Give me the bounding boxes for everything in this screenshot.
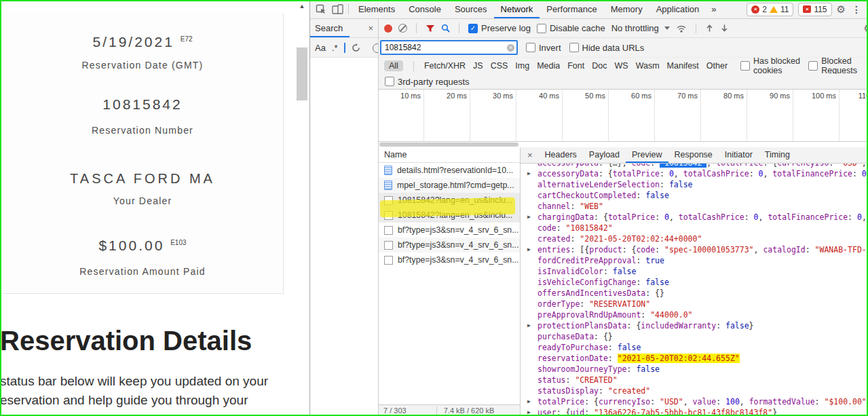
json-property-line[interactable]: ▶accessoryData: {totalPrice: 0, totalCas… [521, 168, 868, 179]
request-name: 10815842?lang=en_us&inclu... [398, 195, 512, 205]
has-blocked-cookies-checkbox[interactable]: Has blocked cookies [740, 58, 801, 74]
network-conditions-icon[interactable] [676, 24, 687, 33]
tab-performance[interactable]: Performance [540, 0, 603, 18]
filter-type-other[interactable]: Other [706, 61, 728, 71]
detail-tab-timing[interactable]: Timing [759, 147, 796, 163]
search-input-caret[interactable] [344, 43, 345, 53]
filter-type-img[interactable]: Img [515, 61, 529, 71]
timeline-overview[interactable]: 10 ms20 ms30 ms40 ms50 ms60 ms70 ms80 ms… [379, 90, 868, 142]
expand-arrow-icon[interactable]: ▶ [527, 407, 531, 416]
divider [416, 23, 417, 33]
tab-elements[interactable]: Elements [352, 0, 402, 18]
tab-console[interactable]: Console [402, 0, 448, 18]
filter-funnel-icon[interactable] [426, 24, 435, 33]
request-name: mpel_storage.html?cmd=getp... [397, 181, 514, 190]
search-magnifier-icon[interactable] [441, 24, 450, 33]
preserve-log-checkbox[interactable]: ✓ Preserve log [468, 23, 531, 33]
detail-tab-preview[interactable]: Preview [626, 147, 668, 163]
timeline-tick: 10 ms [379, 90, 424, 141]
amount-paid-label: Reservation Amount Paid [2, 266, 283, 277]
expand-arrow-icon[interactable]: ▶ [527, 212, 531, 223]
divider [459, 23, 459, 33]
export-har-icon[interactable] [720, 24, 729, 33]
expand-arrow-icon[interactable]: ▶ [527, 396, 531, 407]
detail-tabs: × HeadersPayloadPreviewResponseInitiator… [521, 147, 868, 164]
clear-network-log-icon[interactable] [398, 24, 407, 33]
regex-button[interactable]: .* [332, 43, 338, 53]
json-property-line: orderType: "RESERVATION" [521, 299, 868, 309]
page-scrollbar[interactable]: ▲ [295, 0, 309, 416]
disable-cache-checkbox[interactable]: Disable cache [537, 23, 605, 33]
detail-tab-headers[interactable]: Headers [539, 147, 583, 163]
warning-icon [770, 6, 778, 13]
filter-type-js[interactable]: JS [473, 61, 483, 71]
json-property-line[interactable]: ▶protectionPlansData: {includedWarranty:… [521, 320, 868, 331]
dealer-name: TASCA FORD MA [2, 171, 283, 187]
search-pane-toolbar: Aa .* [310, 38, 378, 58]
filter-type-media[interactable]: Media [537, 61, 560, 71]
timeline-tick: 90 ms [747, 90, 793, 141]
json-property-line: isInvalidColor: false [521, 266, 868, 277]
device-toolbar-icon[interactable] [329, 1, 345, 18]
record-button[interactable] [384, 24, 392, 33]
json-property-line[interactable]: ▶totalPrice: {currencyIso: "USD", value:… [521, 396, 868, 407]
import-har-icon[interactable] [705, 24, 714, 33]
clear-filter-icon[interactable]: × [507, 44, 514, 52]
invert-checkbox[interactable]: Invert [526, 43, 561, 53]
settings-gear-icon[interactable]: ⚙ [837, 3, 846, 16]
search-results-area[interactable] [310, 58, 378, 416]
network-request-row[interactable]: 10815842?lang=en_us&inclu... [379, 208, 520, 223]
filter-type-manifest[interactable]: Manifest [667, 61, 699, 71]
kebab-menu-icon[interactable]: ⋮ [850, 4, 863, 15]
third-party-checkbox[interactable]: 3rd-party requests [385, 77, 470, 87]
network-request-row[interactable]: bf?type=js3&sn=v_4_srv_6_sn... [379, 252, 520, 267]
search-pane-close-icon[interactable]: × [368, 23, 373, 33]
json-property-line[interactable]: ▶user: {uid: "136a6226-7ab5-5bbb-bc81-43… [521, 407, 868, 416]
close-detail-icon[interactable]: × [521, 150, 539, 160]
filter-input[interactable]: 10815842 × [380, 40, 518, 55]
network-request-row[interactable]: mpel_storage.html?cmd=getp... [379, 178, 520, 193]
json-property-line[interactable]: ▶chargingData: {totalPrice: 0, totalCash… [521, 212, 868, 223]
tab-memory[interactable]: Memory [604, 0, 649, 18]
filter-type-ws[interactable]: WS [614, 61, 628, 71]
issues-badge[interactable]: × 115 [798, 3, 831, 16]
json-property-line[interactable]: ▶entries: [{product: {code: "spec-100001… [521, 244, 868, 255]
transferred-size: 7.4 kB / 620 kB transferred [436, 406, 520, 416]
expand-arrow-icon[interactable]: ▶ [527, 244, 531, 255]
filter-type-css[interactable]: CSS [491, 61, 508, 71]
throttling-select[interactable]: No throttling [611, 23, 670, 33]
tab-sources[interactable]: Sources [448, 0, 494, 18]
network-filter-row: 10815842 × Invert Hide data URLs [379, 38, 868, 58]
hide-data-urls-checkbox[interactable]: Hide data URLs [569, 43, 645, 53]
network-request-row[interactable]: details.html?reservationId=10... [379, 163, 520, 178]
tab-network[interactable]: Network [494, 0, 540, 18]
network-request-row[interactable]: 10815842?lang=en_us&inclu... [379, 193, 520, 208]
detail-tab-response[interactable]: Response [668, 147, 719, 163]
detail-tab-initiator[interactable]: Initiator [719, 147, 759, 163]
detail-tab-payload[interactable]: Payload [583, 147, 626, 163]
console-errors-warnings-badge[interactable]: × 2 11 [747, 3, 793, 16]
json-property-line: created: "2021-05-20T02:02:44+0000" [521, 233, 868, 244]
filter-type-fetch-xhr[interactable]: Fetch/XHR [424, 61, 466, 71]
overview-scrollbar-thumb[interactable] [379, 143, 518, 147]
search-pane-title[interactable]: Search [315, 23, 343, 33]
name-column-header[interactable]: Name [379, 147, 520, 163]
inspect-element-icon[interactable] [313, 1, 329, 18]
filter-type-doc[interactable]: Doc [592, 61, 607, 71]
network-request-row[interactable]: bf?type=js3&sn=v_4_srv_6_sn... [379, 238, 520, 252]
scrollbar-up-arrow-icon[interactable]: ▲ [295, 3, 309, 10]
blocked-requests-checkbox[interactable]: Blocked Requests [808, 58, 863, 74]
expand-arrow-icon[interactable]: ▶ [527, 168, 531, 179]
filter-type-font[interactable]: Font [567, 61, 584, 71]
search-refresh-icon[interactable] [352, 43, 360, 52]
filter-type-all[interactable]: All [384, 60, 403, 71]
scrollbar-thumb[interactable] [297, 48, 307, 100]
request-name: 10815842?lang=en_us&inclu... [398, 210, 512, 220]
network-request-row[interactable]: bf?type=js3&sn=v_4_srv_6_sn... [379, 223, 520, 238]
match-case-button[interactable]: Aa [315, 43, 326, 53]
filter-type-wasm[interactable]: Wasm [636, 61, 660, 71]
paragraph-line-3: vehicle's journey [76, 410, 295, 416]
tab-application[interactable]: Application [649, 0, 706, 18]
more-tabs-button[interactable]: » [706, 4, 721, 14]
expand-arrow-icon[interactable]: ▶ [527, 320, 531, 331]
